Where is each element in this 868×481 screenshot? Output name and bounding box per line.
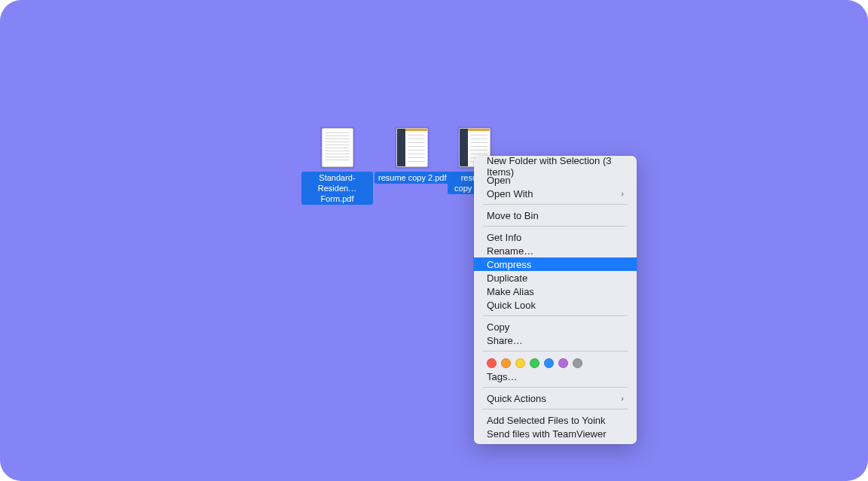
tag-color-orange[interactable] bbox=[501, 358, 511, 368]
menu-label: Open bbox=[487, 175, 511, 186]
chevron-right-icon: › bbox=[621, 189, 624, 198]
menu-item-get-info[interactable]: Get Info bbox=[478, 230, 633, 244]
menu-item-quick-actions[interactable]: Quick Actions› bbox=[478, 391, 633, 405]
menu-separator bbox=[483, 387, 628, 388]
menu-label: Get Info bbox=[487, 232, 521, 243]
menu-separator bbox=[483, 204, 628, 205]
menu-label: Send files with TeamViewer bbox=[487, 428, 607, 440]
tags-row bbox=[478, 355, 633, 370]
file-item[interactable]: resume copy 2.pdf bbox=[374, 126, 451, 184]
menu-label: Duplicate bbox=[487, 272, 527, 284]
menu-item-rename[interactable]: Rename… bbox=[478, 244, 633, 257]
menu-item-quick-look[interactable]: Quick Look bbox=[478, 298, 633, 312]
file-label: Standard-Residen…Form.pdf bbox=[301, 172, 373, 205]
menu-separator bbox=[483, 351, 628, 352]
menu-separator bbox=[483, 409, 628, 409]
menu-item-new-folder[interactable]: New Folder with Selection (3 Items) bbox=[478, 160, 633, 173]
menu-separator bbox=[483, 315, 628, 316]
file-thumbnail-selection bbox=[395, 126, 429, 169]
tag-color-blue[interactable] bbox=[544, 358, 554, 368]
tag-color-yellow[interactable] bbox=[515, 358, 525, 368]
menu-label: Compress bbox=[487, 259, 531, 270]
menu-label: Share… bbox=[487, 335, 523, 346]
file-thumbnail bbox=[396, 128, 428, 167]
tag-color-purple[interactable] bbox=[558, 358, 568, 368]
menu-item-teamviewer[interactable]: Send files with TeamViewer bbox=[478, 427, 633, 440]
menu-item-yoink[interactable]: Add Selected Files to Yoink bbox=[478, 413, 633, 427]
context-menu: New Folder with Selection (3 Items) Open… bbox=[474, 156, 637, 444]
menu-label: Move to Bin bbox=[487, 210, 539, 221]
tag-color-red[interactable] bbox=[487, 358, 497, 368]
file-label: resume copy 2.pdf bbox=[374, 172, 451, 184]
menu-label: Rename… bbox=[487, 245, 533, 257]
menu-item-open-with[interactable]: Open With› bbox=[478, 187, 633, 200]
tag-color-gray[interactable] bbox=[573, 358, 582, 368]
menu-label: Add Selected Files to Yoink bbox=[487, 415, 606, 426]
menu-label: Make Alias bbox=[487, 286, 534, 297]
file-thumbnail-selection bbox=[320, 126, 355, 169]
menu-label: Tags… bbox=[487, 371, 517, 382]
menu-label: Copy bbox=[487, 321, 509, 333]
tag-color-green[interactable] bbox=[530, 358, 539, 368]
desktop[interactable]: Standard-Residen…Form.pdf resume copy 2.… bbox=[0, 0, 868, 481]
menu-item-share[interactable]: Share… bbox=[478, 333, 633, 347]
menu-item-tags[interactable]: Tags… bbox=[478, 370, 633, 383]
menu-item-copy[interactable]: Copy bbox=[478, 320, 633, 333]
file-thumbnail bbox=[322, 128, 353, 167]
chevron-right-icon: › bbox=[621, 394, 624, 403]
menu-label: Quick Look bbox=[487, 300, 536, 311]
menu-label: Quick Actions bbox=[487, 393, 546, 404]
menu-label: Open With bbox=[487, 188, 533, 199]
menu-item-duplicate[interactable]: Duplicate bbox=[478, 271, 633, 285]
menu-item-make-alias[interactable]: Make Alias bbox=[478, 285, 633, 298]
file-item[interactable]: Standard-Residen…Form.pdf bbox=[301, 126, 373, 205]
menu-item-compress[interactable]: Compress bbox=[474, 257, 637, 271]
menu-separator bbox=[483, 226, 628, 227]
menu-item-move-to-bin[interactable]: Move to Bin bbox=[478, 209, 633, 222]
